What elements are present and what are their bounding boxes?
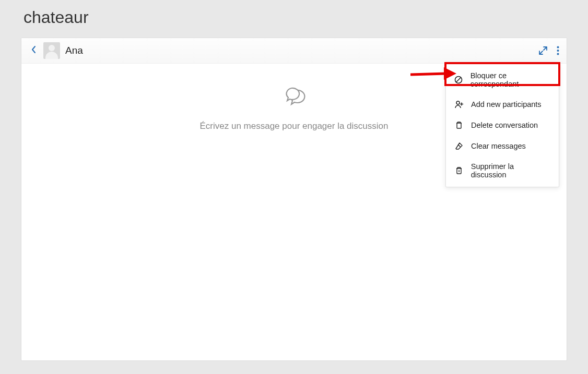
chat-header-right <box>539 46 559 55</box>
delete-icon <box>454 166 464 175</box>
menu-item-label: Delete conversation <box>471 121 538 129</box>
chevron-left-icon <box>31 45 36 54</box>
more-options-button[interactable] <box>557 46 559 55</box>
svg-line-4 <box>456 78 461 82</box>
menu-item-clear-messages[interactable]: Clear messages <box>446 136 559 156</box>
svg-point-5 <box>456 101 460 104</box>
menu-item-supprimer-discussion[interactable]: Supprimer la discussion <box>446 156 559 185</box>
contact-avatar <box>43 42 60 59</box>
block-icon <box>454 75 463 85</box>
expand-icon <box>539 46 547 55</box>
svg-line-6 <box>458 144 461 147</box>
more-options-menu: Bloquer ce correspondant Add new partici… <box>445 63 559 187</box>
add-user-icon <box>454 100 464 109</box>
svg-point-1 <box>557 50 559 52</box>
page-title: chateaur <box>0 0 588 38</box>
menu-item-label: Clear messages <box>471 142 526 150</box>
svg-point-0 <box>557 46 559 49</box>
eraser-icon <box>454 141 464 151</box>
expand-button[interactable] <box>539 46 547 55</box>
chat-empty-icon <box>281 87 307 111</box>
contact-name: Ana <box>65 45 83 56</box>
menu-item-delete-conversation[interactable]: Delete conversation <box>446 115 559 136</box>
svg-point-2 <box>557 53 559 55</box>
menu-item-label: Bloquer ce correspondant <box>471 71 550 88</box>
more-vertical-icon <box>557 46 559 55</box>
menu-item-label: Supprimer la discussion <box>471 162 550 179</box>
menu-item-add-participants[interactable]: Add new participants <box>446 94 559 115</box>
menu-item-block[interactable]: Bloquer ce correspondant <box>446 66 559 94</box>
menu-item-label: Add new participants <box>471 100 542 108</box>
chat-header: Ana <box>21 38 567 64</box>
trash-icon <box>454 120 464 130</box>
chat-container: Ana Écrivez u <box>21 38 567 361</box>
back-button[interactable] <box>29 44 38 57</box>
chat-header-left: Ana <box>29 42 83 59</box>
